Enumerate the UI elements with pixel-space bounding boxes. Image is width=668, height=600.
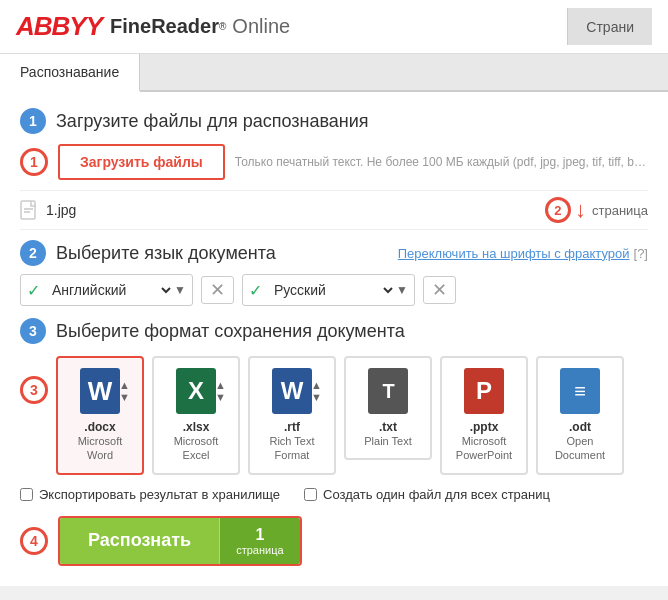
logo-online: Online <box>232 15 290 38</box>
main-content: 1 Загрузите файлы для распознавания 1 За… <box>0 92 668 586</box>
file-pages: страница <box>592 203 648 218</box>
export-checkbox[interactable] <box>20 488 33 501</box>
lang1-clear[interactable]: ✕ <box>201 276 234 304</box>
count-label: страница <box>236 544 283 556</box>
pptx-name: MicrosoftPowerPoint <box>456 434 512 463</box>
logo-abbyy: ABBYY <box>16 11 102 42</box>
recognize-button[interactable]: Распознать <box>60 518 220 564</box>
upload-hint: Только печатный текст. Не более 100 МБ к… <box>235 155 648 169</box>
step3-section: 3 Выберите формат сохранения документа 3… <box>20 318 648 502</box>
pptx-ext: .pptx <box>470 420 499 434</box>
lang-selects-row: ✓ Английский ▼ ✕ ✓ Русский ▼ ✕ <box>20 274 648 306</box>
switch-link[interactable]: Переключить на шрифты с фрактурой <box>398 246 630 261</box>
pptx-icon: P <box>464 368 504 414</box>
checkboxes-row: Экспортировать результат в хранилище Соз… <box>20 487 648 502</box>
recognize-count: 1 страница <box>220 518 299 564</box>
format-grid: 3 W ▲▼ .docx MicrosoftWord X ▲▼ .xlsx Mi… <box>20 356 648 475</box>
format-txt[interactable]: T .txt Plain Text <box>344 356 432 460</box>
lang2-chevron: ▼ <box>396 283 408 297</box>
annot-1: 1 <box>20 148 48 176</box>
step1-header: 1 Загрузите файлы для распознавания <box>20 108 648 134</box>
lang2-clear[interactable]: ✕ <box>423 276 456 304</box>
annot-4: 4 <box>20 527 48 555</box>
svg-rect-0 <box>21 201 35 219</box>
file-row: 1.jpg 2 ↓ страница <box>20 190 648 230</box>
nav-tabs: Распознавание <box>0 54 668 92</box>
recognize-btn-wrap: Распознать 1 страница <box>58 516 302 566</box>
header: ABBYY FineReader ® Online Страни <box>0 0 668 54</box>
xlsx-icon: X ▲▼ <box>176 368 216 414</box>
combine-checkbox[interactable] <box>304 488 317 501</box>
combine-label: Создать один файл для всех страниц <box>323 487 550 502</box>
xlsx-name: MicrosoftExcel <box>174 434 219 463</box>
count-number: 1 <box>255 526 264 544</box>
annot-3: 3 <box>20 376 48 404</box>
format-rtf[interactable]: W ▲▼ .rtf Rich TextFormat <box>248 356 336 475</box>
step3-circle: 3 <box>20 318 46 344</box>
step4-section: 4 Распознать 1 страница <box>20 516 648 566</box>
logo-reg: ® <box>219 21 226 32</box>
lang1-chevron: ▼ <box>174 283 186 297</box>
format-pptx[interactable]: P .pptx MicrosoftPowerPoint <box>440 356 528 475</box>
tab-recognize[interactable]: Распознавание <box>0 54 140 92</box>
txt-icon: T <box>368 368 408 414</box>
file-icon <box>20 200 38 220</box>
annot-2: 2 <box>545 197 571 223</box>
lang2-select-wrapper[interactable]: ✓ Русский ▼ <box>242 274 415 306</box>
odt-ext: .odt <box>569 420 591 434</box>
rtf-name: Rich TextFormat <box>269 434 314 463</box>
odt-icon: ≡ <box>560 368 600 414</box>
docx-ext: .docx <box>84 420 115 434</box>
xlsx-ext: .xlsx <box>183 420 210 434</box>
help-icon[interactable]: [?] <box>634 246 648 261</box>
combine-checkbox-label[interactable]: Создать один файл для всех страниц <box>304 487 550 502</box>
lang1-select-wrapper[interactable]: ✓ Английский ▼ <box>20 274 193 306</box>
step2-section: 2 Выберите язык документа Переключить на… <box>20 240 648 306</box>
docx-icon: W ▲▼ <box>80 368 120 414</box>
format-odt[interactable]: ≡ .odt OpenDocument <box>536 356 624 475</box>
lang2-check: ✓ <box>249 281 262 300</box>
file-name: 1.jpg <box>46 202 545 218</box>
step3-title: Выберите формат сохранения документа <box>56 321 405 342</box>
odt-name: OpenDocument <box>555 434 605 463</box>
txt-ext: .txt <box>379 420 397 434</box>
step1-upload-row: 1 Загрузить файлы Только печатный текст.… <box>20 144 648 180</box>
step1-circle: 1 <box>20 108 46 134</box>
step2-circle: 2 <box>20 240 46 266</box>
format-docx[interactable]: W ▲▼ .docx MicrosoftWord <box>56 356 144 475</box>
lang1-check: ✓ <box>27 281 40 300</box>
txt-name: Plain Text <box>364 434 412 448</box>
step1-section: 1 Загрузите файлы для распознавания 1 За… <box>20 108 648 230</box>
rtf-icon: W ▲▼ <box>272 368 312 414</box>
lang2-select[interactable]: Русский <box>266 275 396 305</box>
step2-header-row: 2 Выберите язык документа Переключить на… <box>20 240 648 266</box>
export-label: Экспортировать результат в хранилище <box>39 487 280 502</box>
logo-finereader: FineReader <box>110 15 219 38</box>
header-right-tab[interactable]: Страни <box>567 8 652 45</box>
step1-title: Загрузите файлы для распознавания <box>56 111 369 132</box>
upload-button[interactable]: Загрузить файлы <box>58 144 225 180</box>
arrow-down-icon: ↓ <box>575 197 586 223</box>
step2-title: Выберите язык документа <box>56 243 398 264</box>
rtf-ext: .rtf <box>284 420 300 434</box>
docx-name: MicrosoftWord <box>78 434 123 463</box>
lang1-select[interactable]: Английский <box>44 275 174 305</box>
format-xlsx[interactable]: X ▲▼ .xlsx MicrosoftExcel <box>152 356 240 475</box>
step3-header: 3 Выберите формат сохранения документа <box>20 318 648 344</box>
export-checkbox-label[interactable]: Экспортировать результат в хранилище <box>20 487 280 502</box>
